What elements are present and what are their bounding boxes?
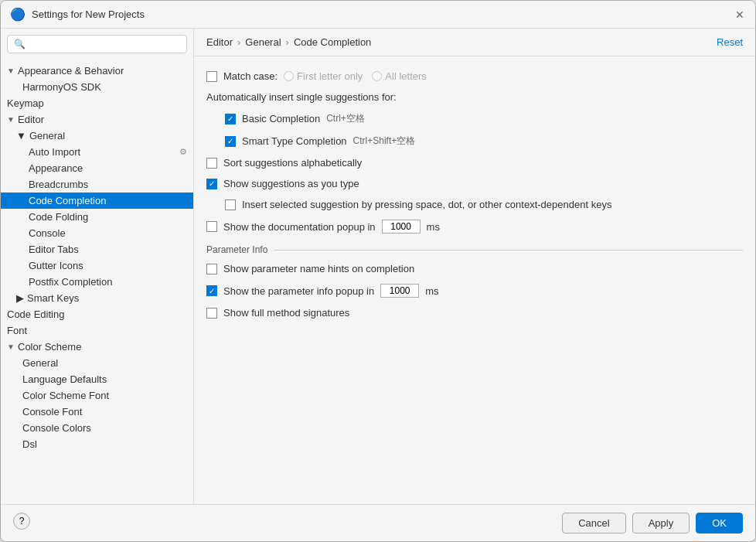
sidebar-item-editor-tabs[interactable]: Editor Tabs — [1, 241, 193, 257]
sidebar-item-auto-import[interactable]: Auto Import ⚙ — [1, 144, 193, 160]
show-doc-popup-checkbox[interactable] — [206, 221, 217, 232]
sidebar-label: Code Editing — [7, 308, 64, 320]
sidebar-item-language-defaults[interactable]: Language Defaults — [1, 371, 193, 387]
sidebar-item-smart-keys[interactable]: ▶ Smart Keys — [1, 290, 193, 306]
sort-alpha-label: Sort suggestions alphabetically — [223, 157, 362, 169]
sidebar-item-color-scheme-general[interactable]: General — [1, 355, 193, 371]
sidebar-item-dsl[interactable]: Dsl — [1, 436, 193, 452]
sidebar: 🔍 ▼ Appearance & Behavior HarmonyOS SDK … — [1, 29, 194, 504]
show-param-popup-input[interactable] — [380, 284, 419, 298]
sidebar-item-appearance[interactable]: Appearance — [1, 160, 193, 176]
sidebar-label: General — [29, 130, 65, 141]
breadcrumb-sep1: › — [237, 36, 240, 48]
sidebar-item-appearance-behavior[interactable]: ▼ Appearance & Behavior — [1, 63, 193, 79]
show-doc-popup-row: Show the documentation popup in ms — [206, 218, 743, 235]
content-body: Match case: First letter only All letter… — [194, 56, 755, 504]
sidebar-item-gutter-icons[interactable]: Gutter Icons — [1, 257, 193, 274]
sort-alpha-row: Sort suggestions alphabetically — [206, 155, 743, 170]
sidebar-item-code-editing[interactable]: Code Editing — [1, 306, 193, 322]
search-input[interactable] — [29, 39, 180, 49]
show-param-popup-checkbox[interactable] — [206, 285, 217, 296]
sidebar-item-font[interactable]: Font — [1, 322, 193, 339]
sidebar-label: Editor — [18, 114, 44, 125]
breadcrumb-editor: Editor — [206, 36, 233, 48]
basic-completion-row: Basic Completion Ctrl+空格 — [225, 111, 743, 127]
close-button[interactable]: ✕ — [734, 9, 746, 21]
sidebar-label: Keymap — [7, 97, 44, 109]
sidebar-item-harmonyos-sdk[interactable]: HarmonyOS SDK — [1, 79, 193, 95]
content-area: Editor › General › Code Completion Reset… — [194, 29, 755, 504]
smart-completion-row: Smart Type Completion Ctrl+Shift+空格 — [225, 133, 743, 149]
sidebar-label: Console — [29, 227, 66, 239]
sidebar-item-postfix-completion[interactable]: Postfix Completion — [1, 274, 193, 290]
apply-button[interactable]: Apply — [632, 513, 690, 533]
sidebar-item-console-font[interactable]: Console Font — [1, 404, 193, 420]
match-case-radio-group: First letter only All letters — [284, 70, 427, 82]
title-bar: 🔵 Settings for New Projects ✕ — [1, 1, 755, 29]
sidebar-label: Editor Tabs — [29, 244, 79, 255]
content-header: Editor › General › Code Completion Reset — [194, 29, 755, 56]
show-param-ms: ms — [425, 285, 438, 297]
sidebar-label: Breadcrumbs — [29, 179, 88, 190]
expand-arrow: ▼ — [7, 115, 15, 124]
bottom-bar: ? Cancel Apply OK — [1, 504, 755, 541]
param-info-divider: Parameter Info — [206, 244, 743, 255]
breadcrumb-code-completion: Code Completion — [294, 36, 371, 48]
search-box[interactable]: 🔍 — [7, 35, 187, 53]
show-suggestions-row: Show suggestions as you type — [206, 176, 743, 191]
breadcrumb-general: General — [245, 36, 281, 48]
sidebar-item-editor[interactable]: ▼ Editor — [1, 111, 193, 128]
sidebar-label: Appearance & Behavior — [18, 65, 124, 77]
sidebar-label: Language Defaults — [22, 373, 107, 385]
reset-link[interactable]: Reset — [717, 36, 743, 48]
all-letters-radio[interactable] — [372, 71, 382, 81]
sidebar-label: Code Folding — [29, 211, 88, 223]
auto-insert-label: Automatically insert single suggestions … — [206, 91, 397, 103]
expand-arrow: ▶ — [16, 292, 24, 304]
first-letter-option: First letter only — [284, 70, 363, 82]
sidebar-item-keymap[interactable]: Keymap — [1, 95, 193, 111]
divider-line — [274, 250, 743, 251]
title-bar-left: 🔵 Settings for New Projects — [10, 7, 145, 22]
show-full-method-label: Show full method signatures — [223, 307, 349, 319]
sidebar-label: Code Completion — [29, 195, 106, 206]
smart-completion-checkbox[interactable] — [225, 136, 236, 147]
basic-completion-checkbox[interactable] — [225, 114, 236, 124]
show-doc-popup-input[interactable] — [382, 220, 421, 234]
show-param-name-label: Show parameter name hints on completion — [223, 263, 414, 274]
sort-alpha-checkbox[interactable] — [206, 158, 217, 169]
first-letter-radio[interactable] — [284, 71, 294, 81]
sidebar-item-breadcrumbs[interactable]: Breadcrumbs — [1, 176, 193, 193]
insert-selected-label: Insert selected suggestion by pressing s… — [242, 199, 611, 210]
dialog-title: Settings for New Projects — [32, 9, 145, 20]
insert-selected-checkbox[interactable] — [225, 199, 236, 210]
show-doc-ms: ms — [427, 221, 440, 233]
show-param-name-row: Show parameter name hints on completion — [206, 261, 743, 276]
cancel-button[interactable]: Cancel — [562, 513, 625, 533]
sidebar-label: HarmonyOS SDK — [22, 81, 101, 93]
smart-completion-label: Smart Type Completion — [242, 135, 347, 147]
auto-insert-row: Automatically insert single suggestions … — [206, 90, 743, 104]
show-suggestions-checkbox[interactable] — [206, 179, 217, 189]
show-full-method-checkbox[interactable] — [206, 308, 217, 319]
sidebar-item-code-completion[interactable]: Code Completion — [1, 193, 193, 209]
sidebar-item-general[interactable]: ▼ General — [1, 128, 193, 144]
auto-import-icon: ⚙ — [179, 147, 187, 157]
show-param-name-checkbox[interactable] — [206, 264, 217, 274]
expand-arrow: ▼ — [7, 66, 15, 75]
match-case-label: Match case: — [223, 70, 278, 82]
sidebar-label: General — [22, 357, 58, 369]
first-letter-label: First letter only — [297, 70, 363, 82]
app-icon: 🔵 — [10, 7, 26, 22]
sidebar-label: Color Scheme Font — [22, 390, 109, 401]
match-case-checkbox[interactable] — [206, 71, 217, 82]
smart-shortcut: Ctrl+Shift+空格 — [353, 135, 416, 148]
sidebar-item-color-scheme-font[interactable]: Color Scheme Font — [1, 387, 193, 404]
sidebar-item-console-colors[interactable]: Console Colors — [1, 420, 193, 436]
sidebar-item-color-scheme[interactable]: ▼ Color Scheme — [1, 339, 193, 355]
ok-button[interactable]: OK — [696, 513, 743, 533]
help-button[interactable]: ? — [13, 513, 30, 530]
sidebar-item-code-folding[interactable]: Code Folding — [1, 209, 193, 225]
sidebar-item-console[interactable]: Console — [1, 225, 193, 241]
sidebar-label: Postfix Completion — [29, 276, 112, 288]
